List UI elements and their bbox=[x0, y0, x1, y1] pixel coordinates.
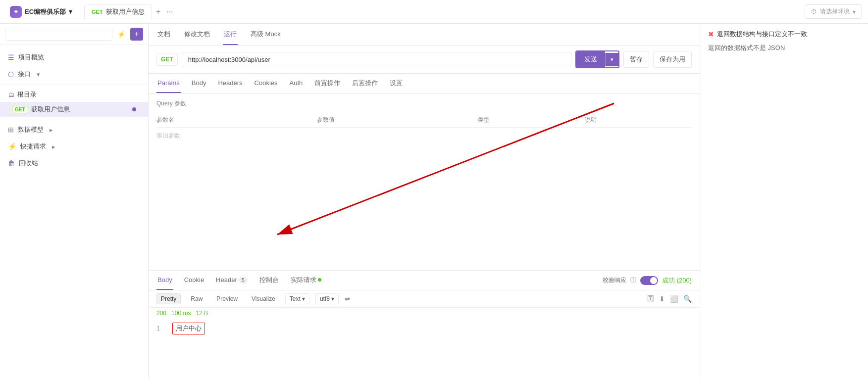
tab-run[interactable]: 运行 bbox=[223, 24, 238, 45]
resp-tab-header[interactable]: Header 5 bbox=[215, 271, 249, 290]
sidebar-nav: ☰ 项目概览 ⬡ 接口 ▾ 🗂 根目录 GET 获取用户信息 ⊞ 数据模型 bbox=[0, 45, 148, 176]
req-tab-settings[interactable]: 设置 bbox=[389, 74, 404, 93]
app-name: EC编程俱乐部 bbox=[25, 7, 66, 16]
project-icon: ☰ bbox=[8, 53, 14, 61]
right-panel: ✖ 返回数据结构与接口定义不一致 返回的数据格式不是 JSON bbox=[700, 24, 868, 379]
response-tabs: Body Cookie Header 5 控制台 实际请求 校验响应 ⓘ 成功 … bbox=[149, 271, 700, 290]
tab-modify-docs[interactable]: 修改文档 bbox=[183, 24, 211, 45]
sidebar-search-area: ⚡ + bbox=[0, 24, 148, 45]
resp-tab-console[interactable]: 控制台 bbox=[258, 271, 280, 290]
params-table: 参数名 参数值 类型 说明 添加参数 bbox=[156, 113, 692, 144]
resp-format-select[interactable]: Text ▾ bbox=[285, 293, 309, 304]
sidebar-item-project[interactable]: ☰ 项目概览 bbox=[0, 49, 148, 66]
info-text: 返回的数据格式不是 JSON bbox=[708, 44, 860, 52]
tab-advanced-mock[interactable]: 高级 Mock bbox=[250, 24, 282, 45]
response-area: ··· Body Cookie Header 5 控制台 实际请求 校验响应 ⓘ… bbox=[149, 270, 700, 379]
wrap-icon[interactable]: ⇌ bbox=[345, 295, 350, 303]
sidebar-item-label-data: 数据模型 bbox=[18, 125, 44, 134]
recycle-icon: 🗑 bbox=[8, 159, 15, 167]
save-button[interactable]: 保存为用 bbox=[653, 51, 692, 68]
req-tab-post-op[interactable]: 后置操作 bbox=[351, 74, 379, 93]
resp-tab-body[interactable]: Body bbox=[156, 271, 173, 290]
sidebar-item-quick-req[interactable]: ⚡ 快捷请求 ▸ bbox=[0, 138, 148, 155]
actual-req-dot bbox=[318, 278, 321, 282]
req-tab-pre-op[interactable]: 前置操作 bbox=[313, 74, 341, 93]
save-temp-button[interactable]: 暂存 bbox=[623, 51, 649, 68]
sidebar-api-item[interactable]: GET 获取用户信息 bbox=[0, 102, 148, 117]
env-select[interactable]: ⏱ 请选择环境 ▾ bbox=[805, 4, 862, 19]
tab-more-button[interactable]: ··· bbox=[164, 5, 175, 18]
extract-icon[interactable]: 囯 bbox=[647, 294, 654, 303]
response-actions: 囯 ⬇ ⬜ 🔍 bbox=[647, 294, 692, 303]
col-desc-header: 说明 bbox=[585, 116, 692, 124]
verify-label: 校验响应 bbox=[603, 276, 626, 284]
code-text: 用户中心 bbox=[172, 323, 205, 334]
params-content: Query 参数 参数名 参数值 类型 说明 添加参数 bbox=[149, 94, 700, 270]
response-stats: 200 100 ms 12 B bbox=[149, 308, 700, 319]
resp-encoding-select[interactable]: utf8 ▾ bbox=[315, 293, 339, 304]
sub-tabs: 文档 修改文档 运行 高级 Mock bbox=[149, 24, 700, 46]
url-input[interactable] bbox=[182, 52, 571, 67]
method-badge: GET bbox=[12, 106, 28, 113]
sidebar-item-label-project: 项目概览 bbox=[18, 53, 44, 62]
resp-body-tab-preview[interactable]: Preview bbox=[212, 294, 242, 304]
format-arrow: ▾ bbox=[302, 295, 305, 302]
col-name-header: 参数名 bbox=[156, 116, 317, 124]
request-tabs: Params Body Headers Cookies Auth 前置操作 后置… bbox=[149, 74, 700, 94]
top-bar: ✦ EC编程俱乐部 ▾ GET 获取用户信息 + ··· ⏱ 请选择环境 ▾ bbox=[0, 0, 868, 24]
app-dropdown-arrow: ▾ bbox=[69, 8, 72, 15]
req-tab-params[interactable]: Params bbox=[156, 74, 181, 93]
sidebar-item-api[interactable]: ⬡ 接口 ▾ bbox=[0, 66, 148, 83]
req-tab-headers[interactable]: Headers bbox=[217, 74, 243, 93]
req-tab-cookies[interactable]: Cookies bbox=[254, 74, 279, 93]
download-icon[interactable]: ⬇ bbox=[659, 295, 665, 303]
send-dropdown-arrow[interactable]: ▾ bbox=[605, 53, 618, 66]
resp-tab-actual-req[interactable]: 实际请求 bbox=[290, 271, 322, 290]
stat-code: 200 bbox=[156, 310, 166, 317]
stat-size: 12 B bbox=[196, 310, 208, 317]
env-icon: ⏱ bbox=[811, 8, 817, 15]
params-header: 参数名 参数值 类型 说明 bbox=[156, 113, 692, 128]
nav-divider bbox=[0, 85, 148, 85]
encoding-label: utf8 bbox=[320, 295, 330, 302]
send-label[interactable]: 发送 bbox=[576, 51, 605, 67]
resp-body-tab-raw[interactable]: Raw bbox=[187, 294, 206, 304]
sidebar: ⚡ + ☰ 项目概览 ⬡ 接口 ▾ 🗂 根目录 GET 获取用户信息 bbox=[0, 24, 149, 379]
sidebar-item-data-model[interactable]: ⊞ 数据模型 ▸ bbox=[0, 121, 148, 138]
col-value-header: 参数值 bbox=[317, 116, 477, 124]
req-tab-body[interactable]: Body bbox=[191, 74, 207, 93]
verify-toggle[interactable] bbox=[640, 276, 658, 285]
add-button[interactable]: + bbox=[130, 28, 143, 41]
line-number: 1 bbox=[156, 325, 166, 332]
resp-tab-cookie[interactable]: Cookie bbox=[183, 271, 205, 290]
quick-req-icon: ⚡ bbox=[8, 142, 16, 150]
resp-body-tab-visualize[interactable]: Visualize bbox=[248, 294, 279, 304]
col-type-header: 类型 bbox=[478, 116, 585, 124]
app-logo[interactable]: ✦ EC编程俱乐部 ▾ bbox=[6, 4, 76, 20]
filter-icon[interactable]: ⚡ bbox=[115, 29, 127, 40]
header-badge: 5 bbox=[239, 277, 248, 284]
sidebar-item-recycle[interactable]: 🗑 回收站 bbox=[0, 155, 148, 172]
api-arrow: ▾ bbox=[37, 71, 40, 78]
stat-time: 100 ms bbox=[171, 310, 191, 317]
encoding-arrow: ▾ bbox=[331, 295, 334, 302]
env-arrow: ▾ bbox=[853, 8, 856, 15]
tab-add-button[interactable]: + bbox=[154, 5, 162, 18]
copy-icon[interactable]: ⬜ bbox=[670, 295, 678, 303]
tab-docs[interactable]: 文档 bbox=[156, 24, 171, 45]
folder-icon: 🗂 bbox=[8, 91, 14, 98]
search-icon[interactable]: 🔍 bbox=[683, 295, 692, 303]
req-tab-auth[interactable]: Auth bbox=[289, 74, 304, 93]
search-input[interactable] bbox=[5, 28, 112, 41]
add-param-row[interactable]: 添加参数 bbox=[156, 128, 692, 144]
app-logo-icon: ✦ bbox=[10, 6, 22, 18]
send-button[interactable]: 发送 ▾ bbox=[575, 50, 619, 68]
data-model-arrow: ▸ bbox=[50, 126, 53, 134]
main-tab-active[interactable]: GET 获取用户信息 bbox=[84, 4, 152, 19]
nav-divider-2 bbox=[0, 119, 148, 119]
api-icon: ⬡ bbox=[8, 70, 14, 78]
error-item-1: ✖ 返回数据结构与接口定义不一致 bbox=[708, 30, 860, 39]
more-dots-button[interactable]: ··· bbox=[686, 276, 692, 284]
resp-body-tab-pretty[interactable]: Pretty bbox=[156, 293, 181, 304]
sidebar-folder-root[interactable]: 🗂 根目录 bbox=[0, 87, 148, 102]
